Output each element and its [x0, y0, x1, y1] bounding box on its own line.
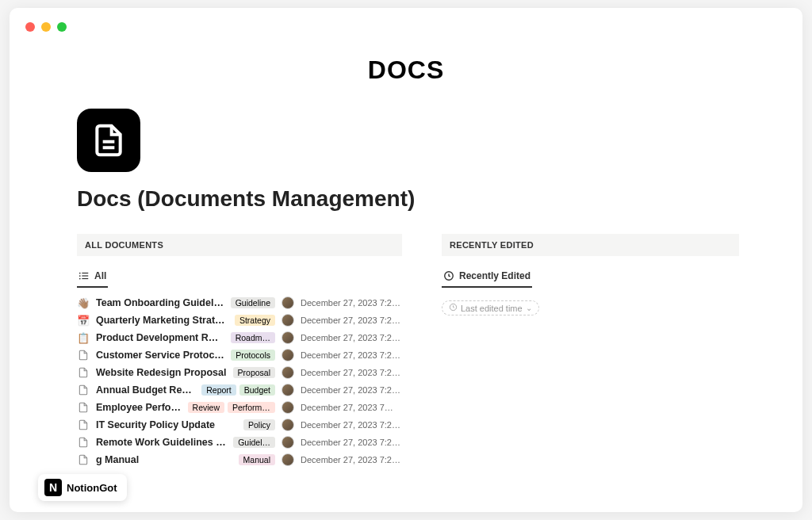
tag-group: Guidel…	[233, 437, 275, 448]
brand-logo-icon: N	[44, 479, 62, 496]
document-date: December 27, 2023 7…	[301, 403, 402, 412]
page-icon	[77, 419, 90, 431]
author-avatar	[282, 331, 294, 344]
document-icon	[91, 123, 126, 158]
tag: Budget	[239, 384, 275, 396]
tag-group: Guideline	[231, 297, 275, 308]
document-row[interactable]: Remote Work Guidelines and Best Pr…Guide…	[77, 434, 402, 451]
document-row[interactable]: IT Security Policy UpdatePolicyDecember …	[77, 416, 402, 434]
app-window: DOCS Docs (Documents Management) ALL DOC…	[10, 8, 802, 512]
document-title: Annual Budget Report 2023	[96, 384, 195, 396]
tag: Report	[201, 384, 236, 396]
document-date: December 27, 2023 7:29 …	[301, 333, 402, 342]
page-icon	[77, 401, 90, 414]
document-title: g Manual	[96, 454, 139, 465]
tag-group: Protocols	[231, 350, 275, 361]
minimize-window-button[interactable]	[41, 22, 51, 32]
tag: Protocols	[231, 350, 275, 361]
tag: Review	[188, 402, 224, 413]
document-title: IT Security Policy Update	[96, 419, 215, 430]
section-header-recent: RECENTLY EDITED	[442, 234, 739, 256]
all-documents-section: ALL DOCUMENTS All 👋🏽Team Onboarding Guid…	[77, 234, 402, 468]
filter-label: Last edited time	[461, 304, 523, 313]
page-icon	[77, 453, 90, 466]
document-title: Quarterly Marketing Strategy	[96, 315, 228, 326]
emoji-icon: 📅	[77, 314, 90, 327]
tag-group: Strategy	[235, 315, 275, 326]
document-row[interactable]: Customer Service ProtocolsProtocolsDecem…	[77, 346, 402, 364]
document-row[interactable]: Employee Performance Review…ReviewPerfor…	[77, 399, 402, 416]
document-list: 👋🏽Team Onboarding GuidelinesGuidelineDec…	[77, 294, 402, 468]
chevron-down-icon: ⌄	[526, 304, 532, 312]
svg-point-6	[79, 278, 81, 280]
document-date: December 27, 2023 7:27 PM	[301, 385, 402, 395]
document-date: December 27, 2023 7:27 PM	[301, 368, 402, 377]
document-title: Team Onboarding Guidelines	[96, 297, 224, 308]
author-avatar	[282, 453, 294, 466]
tag-group: ReviewPerforman	[188, 402, 275, 413]
document-date: December 27, 2023 7:29 PM	[301, 298, 402, 308]
tag-group: ReportBudget	[201, 384, 275, 396]
brand-name: NotionGot	[67, 482, 117, 494]
hero-title: DOCS	[10, 55, 802, 85]
document-row[interactable]: Annual Budget Report 2023ReportBudgetDec…	[77, 381, 402, 399]
clock-icon	[443, 270, 454, 281]
author-avatar	[282, 349, 294, 361]
author-avatar	[282, 314, 294, 327]
document-date: December 27, 2023 7:27 PM	[301, 455, 402, 465]
document-row[interactable]: 📅Quarterly Marketing StrategyStrategyDec…	[77, 312, 402, 329]
document-title: Customer Service Protocols	[96, 350, 224, 361]
author-avatar	[282, 296, 294, 309]
window-controls	[25, 22, 67, 32]
svg-rect-3	[82, 273, 88, 273]
tag: Manual	[239, 454, 275, 465]
emoji-icon: 👋🏽	[77, 296, 90, 309]
tab-all-label: All	[94, 270, 106, 281]
document-date: December 27, 2023 7:29 PM	[301, 315, 402, 325]
tag: Policy	[243, 419, 275, 430]
emoji-icon: 📋	[77, 331, 90, 344]
author-avatar	[282, 384, 294, 396]
clock-outline-icon	[449, 303, 458, 313]
list-icon	[79, 270, 90, 281]
svg-point-2	[79, 273, 81, 274]
document-row[interactable]: 📋Product Development Roadmap 2…Roadm…Dec…	[77, 329, 402, 346]
page-icon	[77, 436, 90, 449]
section-header-all: ALL DOCUMENTS	[77, 234, 402, 256]
page-content: DOCS Docs (Documents Management) ALL DOC…	[10, 8, 802, 468]
document-row[interactable]: 👋🏽Team Onboarding GuidelinesGuidelineDec…	[77, 294, 402, 312]
tag-group: Policy	[243, 419, 275, 430]
last-edited-filter[interactable]: Last edited time ⌄	[442, 300, 539, 315]
tag-group: Roadm…	[231, 332, 275, 343]
author-avatar	[282, 419, 294, 431]
document-title: Remote Work Guidelines and Best Pr…	[96, 437, 227, 448]
document-row[interactable]: g ManualManualDecember 27, 2023 7:27 PM	[77, 451, 402, 468]
page-icon	[77, 349, 90, 361]
tag: Roadm…	[231, 332, 275, 343]
page-icon[interactable]	[77, 109, 140, 172]
recently-edited-section: RECENTLY EDITED Recently Edited Last edi	[442, 234, 739, 468]
svg-rect-7	[82, 278, 88, 279]
tab-recently-edited[interactable]: Recently Edited	[442, 267, 532, 288]
maximize-window-button[interactable]	[57, 22, 67, 32]
document-date: December 27, 2023 7:27 PM	[301, 350, 402, 360]
tab-recent-label: Recently Edited	[459, 270, 530, 281]
tab-all[interactable]: All	[77, 267, 108, 288]
tag: Guidel…	[233, 437, 275, 448]
author-avatar	[282, 401, 294, 414]
tag: Strategy	[235, 315, 275, 326]
page-icon	[77, 366, 90, 379]
document-row[interactable]: Website Redesign ProposalProposalDecembe…	[77, 364, 402, 381]
tag: Performan	[228, 402, 275, 413]
brand-badge[interactable]: N NotionGot	[38, 474, 127, 501]
tag: Proposal	[233, 367, 275, 378]
close-window-button[interactable]	[25, 22, 35, 32]
document-title: Website Redesign Proposal	[96, 367, 226, 378]
document-title: Employee Performance Review…	[96, 402, 182, 413]
author-avatar	[282, 366, 294, 379]
page-icon	[77, 384, 90, 396]
document-title: Product Development Roadmap 2…	[96, 332, 224, 343]
author-avatar	[282, 436, 294, 449]
tag-group: Manual	[239, 454, 275, 465]
page-title: Docs (Documents Management)	[77, 186, 739, 212]
